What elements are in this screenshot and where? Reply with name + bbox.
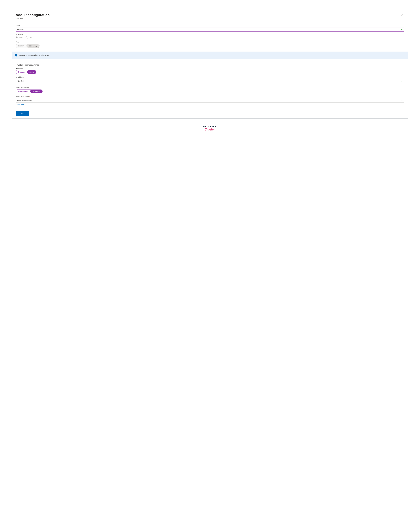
panel-subtitle: myvm889_z1 [16,17,400,19]
disassociate-option[interactable]: Disassociate [16,90,30,93]
ipv4-radio: IPv4 [16,37,22,39]
allocation-static-option[interactable]: Static [27,70,36,74]
ip-address-input[interactable] [16,79,404,83]
public-ip-dropdown-value: (New) myPublicIP-2 [17,99,33,101]
close-button[interactable] [400,13,404,17]
info-icon: i [15,54,17,56]
associate-option[interactable]: Associate [30,90,42,93]
public-ip-segmented[interactable]: Disassociate Associate [16,89,43,93]
ipv6-radio: IPv6 [26,37,32,39]
brand-bottom: Topics [12,127,408,132]
name-field: Name* [16,25,404,31]
radio-icon [26,37,28,39]
ipv4-radio-label: IPv4 [19,37,22,39]
panel-header: Add IP configuration myvm889_z1 [12,10,408,21]
type-label: Type [16,41,404,43]
type-field: Type Primary Secondary [16,41,404,48]
allocation-field: Allocation Dynamic Static [16,67,404,74]
public-ip-dropdown-label: Public IP address* [16,96,404,98]
type-segmented: Primary Secondary [16,44,39,48]
ip-address-field: IP address* [16,76,404,83]
private-ip-section-title: Private IP address settings [16,64,404,66]
allocation-label: Allocation [16,67,404,69]
public-ip-toggle-label: Public IP address [16,87,404,89]
public-ip-toggle-field: Public IP address Disassociate Associate [16,87,404,93]
ip-address-label: IP address* [16,76,404,78]
info-message: Primary IP configuration already exists [19,54,49,56]
brand-logo: SCALER Topics [12,125,408,132]
allocation-dynamic-option[interactable]: Dynamic [16,70,27,74]
ip-version-field: IP version IPv4 IPv6 [16,34,404,39]
type-primary-option: Primary [16,44,26,48]
name-input[interactable] [16,27,404,31]
create-new-link[interactable]: Create new [16,103,25,105]
allocation-segmented[interactable]: Dynamic Static [16,70,36,74]
close-icon [401,14,404,16]
radio-icon [16,37,18,39]
public-ip-dropdown-field: Public IP address* (New) myPublicIP-2 Cr… [16,96,404,105]
add-ip-configuration-panel: Add IP configuration myvm889_z1 Name* IP… [12,10,408,119]
info-banner: i Primary IP configuration already exist… [12,52,408,59]
ipv6-radio-label: IPv6 [29,37,32,39]
name-label: Name* [16,25,404,27]
panel-footer: OK [12,109,408,118]
panel-title: Add IP configuration [16,13,400,17]
ok-button[interactable]: OK [16,111,29,116]
public-ip-dropdown[interactable]: (New) myPublicIP-2 [16,98,404,102]
ip-version-label: IP version [16,34,404,36]
type-secondary-option: Secondary [26,44,39,48]
